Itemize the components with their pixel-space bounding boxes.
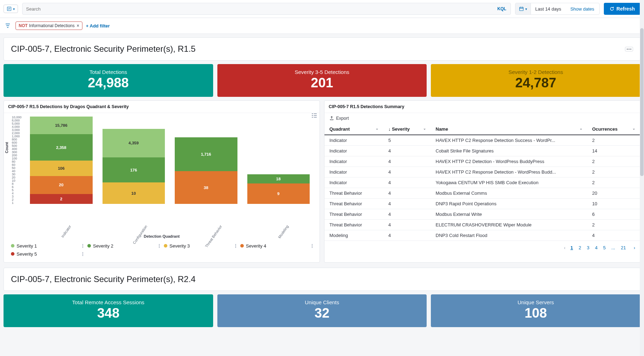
x-axis-label: Detection Quadrant <box>4 234 320 238</box>
filter-pill-informational[interactable]: NOT Informational Detections × <box>16 21 82 30</box>
legend-label: Severity 2 <box>93 243 113 249</box>
cell-name: Modbus External Comms <box>431 188 587 198</box>
kql-badge[interactable]: KQL <box>493 6 510 11</box>
add-filter-link[interactable]: + Add filter <box>86 23 110 29</box>
scrollbar-thumb[interactable] <box>640 28 644 176</box>
svg-rect-11 <box>314 115 317 116</box>
kpi-value: 108 <box>434 306 637 321</box>
table-row[interactable]: Indicator4HAVEX HTTP C2 Detection - Word… <box>324 156 640 167</box>
legend-options-icon[interactable] <box>82 244 83 248</box>
cell-occurrences: 14 <box>587 145 640 156</box>
table-row[interactable]: Threat Behavior4Modbus External Comms20 <box>324 188 640 198</box>
bar-segment[interactable]: 4,359 <box>103 129 165 157</box>
calendar-button[interactable]: ▾ <box>515 3 531 14</box>
column-header[interactable]: ↓ Severity⌄ <box>383 124 431 135</box>
cell-name: ELECTRUM CRASHOVERRIDE Wiper Module <box>431 219 587 230</box>
cell-quadrant: Threat Behavior <box>324 209 383 219</box>
column-header[interactable]: Name⌄ <box>431 124 587 135</box>
pager-page[interactable]: 2 <box>577 244 582 251</box>
kpi-remote-sessions[interactable]: Total Remote Access Sessions 348 <box>4 294 213 327</box>
legend-item[interactable]: Severity 4 <box>238 242 315 250</box>
cell-name: Yokogawa CENTUM VP HIS SMB Code Executio… <box>431 177 587 188</box>
legend-options-icon[interactable] <box>82 252 83 256</box>
bar-segment[interactable]: 15,786 <box>30 117 93 134</box>
query-menu-button[interactable]: ▾ <box>4 5 18 13</box>
legend-options-icon[interactable] <box>159 244 160 248</box>
chevron-down-icon[interactable]: ⌄ <box>632 126 635 130</box>
refresh-label: Refresh <box>617 6 635 12</box>
legend-label: Severity 4 <box>246 243 266 249</box>
date-picker: ▾ Last 14 days Show dates <box>515 3 600 15</box>
cell-quadrant: Indicator <box>324 177 383 188</box>
panel-options-icon[interactable] <box>625 47 633 51</box>
legend-options-icon[interactable] <box>312 244 313 248</box>
search-input[interactable] <box>23 6 493 12</box>
legend-options-icon[interactable] <box>235 244 236 248</box>
table-row[interactable]: Threat Behavior4Modbus External Write6 <box>324 209 640 219</box>
bar-segment[interactable]: 18 <box>247 174 310 183</box>
remove-filter-icon[interactable]: × <box>77 23 79 28</box>
bar-segment[interactable]: 2,358 <box>30 134 93 161</box>
table-row[interactable]: Indicator5HAVEX HTTP C2 Response Detecti… <box>324 135 640 146</box>
cell-occurrences: 2 <box>587 156 640 167</box>
pager-next-icon[interactable]: › <box>634 245 635 250</box>
kpi-sev35-detections[interactable]: Severity 3-5 Detections 201 <box>217 64 427 97</box>
kpi-unique-servers[interactable]: Unique Servers 108 <box>431 294 640 327</box>
column-header[interactable]: Ocurrences⌄ <box>587 124 640 135</box>
table-row[interactable]: Indicator4HAVEX HTTP C2 Response Detecti… <box>324 167 640 177</box>
table-row[interactable]: Threat Behavior4DNP3 Rapid Point Operati… <box>324 198 640 209</box>
legend-toggle-icon[interactable] <box>312 113 317 119</box>
bar-segment[interactable]: 106 <box>30 161 93 176</box>
legend-item[interactable]: Severity 2 <box>85 242 162 250</box>
kpi-label: Total Remote Access Sessions <box>7 299 210 305</box>
pager-prev-icon[interactable]: ‹ <box>564 245 565 250</box>
detections-table: Quadrant⌄↓ Severity⌄Name⌄Ocurrences⌄ Ind… <box>324 124 640 241</box>
bar-segment[interactable]: 9 <box>247 183 310 204</box>
kpi-label: Severity 3-5 Detections <box>221 69 423 75</box>
cell-severity: 4 <box>383 198 431 209</box>
legend-item[interactable]: Severity 5 <box>9 250 85 258</box>
top-toolbar: ▾ KQL ▾ Last 14 days Show dates Refresh <box>0 0 644 18</box>
legend-item[interactable]: Severity 1 <box>9 242 85 250</box>
cell-occurrences: 10 <box>587 198 640 209</box>
cell-severity: 4 <box>383 188 431 198</box>
bar-segment[interactable]: 2 <box>30 194 93 204</box>
kpi-sev12-detections[interactable]: Severity 1-2 Detections 24,787 <box>431 64 640 97</box>
pager-page[interactable]: 5 <box>602 244 607 251</box>
bar-segment[interactable]: 176 <box>103 157 165 183</box>
cell-severity: 4 <box>383 230 431 241</box>
export-button[interactable]: Export <box>324 113 640 124</box>
bar-segment[interactable]: 38 <box>175 171 237 204</box>
refresh-button[interactable]: Refresh <box>604 3 640 15</box>
legend-item[interactable]: Severity 3 <box>162 242 238 250</box>
cell-quadrant: Threat Behavior <box>324 219 383 230</box>
filter-settings-icon[interactable] <box>4 21 12 30</box>
cell-occurrences: 4 <box>587 230 640 241</box>
pager-page[interactable]: 1 <box>569 244 574 251</box>
cell-occurrences: 2 <box>587 135 640 146</box>
bar-segment[interactable]: 1,716 <box>175 137 237 171</box>
date-range-text[interactable]: Last 14 days <box>531 6 565 12</box>
kpi-label: Unique Clients <box>221 299 423 305</box>
kpi-unique-clients[interactable]: Unique Clients 32 <box>217 294 427 327</box>
bar-segment[interactable]: 20 <box>30 176 93 194</box>
kpi-total-detections[interactable]: Total Detections 24,988 <box>4 64 213 97</box>
table-row[interactable]: Modeling4DNP3 Cold Restart Flood4 <box>324 230 640 241</box>
kpi-value: 32 <box>221 306 423 321</box>
legend-label: Severity 5 <box>17 251 37 257</box>
table-row[interactable]: Indicator4Yokogawa CENTUM VP HIS SMB Cod… <box>324 177 640 188</box>
pager-page: ... <box>610 244 617 251</box>
show-dates-link[interactable]: Show dates <box>565 6 599 12</box>
pager-page[interactable]: 3 <box>586 244 591 251</box>
cell-name: HAVEX HTTP C2 Response Detection - WordP… <box>431 167 587 177</box>
column-header[interactable]: Quadrant⌄ <box>324 124 383 135</box>
vertical-scrollbar[interactable] <box>640 0 644 338</box>
bar-segment[interactable]: 10 <box>103 182 165 204</box>
pager-page[interactable]: 4 <box>594 244 599 251</box>
chevron-down-icon[interactable]: ⌄ <box>423 126 426 130</box>
pager-page[interactable]: 21 <box>619 244 627 251</box>
chevron-down-icon[interactable]: ⌄ <box>376 126 378 130</box>
chevron-down-icon[interactable]: ⌄ <box>580 126 582 130</box>
table-row[interactable]: Threat Behavior4ELECTRUM CRASHOVERRIDE W… <box>324 219 640 230</box>
table-row[interactable]: Indicator4Cobalt Strike File Signatures1… <box>324 145 640 156</box>
